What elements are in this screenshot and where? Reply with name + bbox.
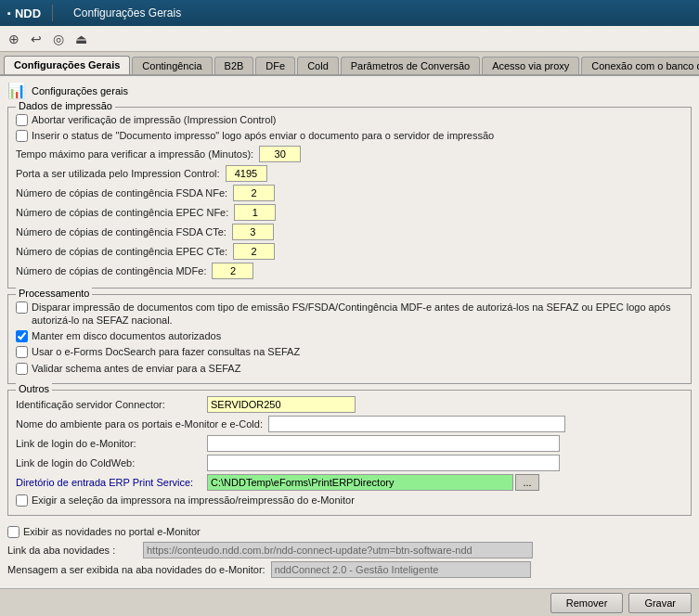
checkbox-inserir-label: Inserir o status de "Documento impresso"… bbox=[32, 129, 494, 142]
checkbox-abortar-row: Abortar verificação de impressão (Impres… bbox=[16, 113, 683, 126]
outros-group: Outros Identificação servidor Connector:… bbox=[7, 390, 692, 516]
browse-button[interactable]: ... bbox=[515, 474, 539, 491]
tab-contingencia[interactable]: Contingência bbox=[132, 57, 212, 74]
novidades-section: Exibir as novidades no portal e-Monitor … bbox=[7, 521, 692, 584]
section-title: Configurações gerais bbox=[32, 85, 128, 96]
main-content: 📊 Configurações gerais Dados de impressã… bbox=[0, 76, 699, 612]
checkbox-novidades[interactable] bbox=[7, 526, 19, 538]
diretorio-label: Diretório de entrada ERP Print Service: bbox=[16, 477, 201, 488]
copias-mdfe-label: Número de cópias de contingência MDFe: bbox=[16, 265, 206, 276]
copias-mdfe-row: Número de cópias de contingência MDFe: bbox=[16, 263, 683, 279]
checkbox-exigir-label: Exigir a seleção da impressora na impres… bbox=[32, 494, 355, 507]
mensagem-novidades-row: Mensagem a ser exibida na aba novidades … bbox=[7, 561, 692, 578]
link-cold-label: Link de login do ColdWeb: bbox=[16, 457, 201, 468]
title-separator bbox=[52, 5, 53, 21]
tab-configuracoes-gerais[interactable]: Configurações Gerais bbox=[4, 56, 130, 74]
app-logo: ▪ NDD bbox=[7, 6, 41, 20]
copias-epec-cte-label: Número de cópias de contingência EPEC CT… bbox=[16, 246, 227, 257]
checkbox-inserir[interactable] bbox=[16, 130, 28, 142]
copias-epec-cte-input[interactable] bbox=[233, 243, 275, 260]
checkbox-abortar[interactable] bbox=[16, 114, 28, 126]
id-servidor-label: Identificação servidor Connector: bbox=[16, 399, 201, 410]
section-header: 📊 Configurações gerais bbox=[7, 82, 692, 99]
bottom-bar: Remover Gravar bbox=[0, 588, 699, 616]
copias-fsda-nfe-row: Número de cópias de contingência FSDA NF… bbox=[16, 185, 683, 201]
id-servidor-input[interactable] bbox=[207, 396, 356, 413]
gravar-button[interactable]: Gravar bbox=[628, 593, 692, 613]
tabs-bar: Configurações Gerais Contingência B2B DF… bbox=[0, 52, 699, 76]
dados-impressao-title: Dados de impressão bbox=[16, 100, 115, 111]
tab-dfe[interactable]: DFe bbox=[255, 57, 295, 74]
checkbox-manter[interactable] bbox=[16, 330, 28, 342]
mensagem-label: Mensagem a ser exibida na aba novidades … bbox=[7, 564, 265, 575]
checkbox-abortar-label: Abortar verificação de impressão (Impres… bbox=[32, 113, 277, 126]
tempo-input[interactable] bbox=[259, 146, 301, 162]
toolbar-btn-2[interactable]: ↩ bbox=[26, 29, 46, 49]
nome-ambiente-row: Nome do ambiente para os portais e-Monit… bbox=[16, 416, 683, 432]
checkbox-manter-label: Manter em disco documentos autorizados bbox=[32, 329, 221, 342]
ndd-text: NDD bbox=[15, 6, 41, 20]
porta-label: Porta a ser utilizada pelo Impression Co… bbox=[16, 168, 220, 179]
remover-button[interactable]: Remover bbox=[550, 593, 624, 613]
checkbox-manter-row: Manter em disco documentos autorizados bbox=[16, 329, 683, 342]
checkbox-disparar-row: Disparar impressão de documentos com tip… bbox=[16, 301, 683, 327]
section-icon: 📊 bbox=[7, 82, 26, 99]
checkbox-novidades-label: Exibir as novidades no portal e-Monitor bbox=[23, 525, 201, 538]
checkbox-validar-row: Validar schema antes de enviar para a SE… bbox=[16, 362, 683, 375]
copias-fsda-cte-row: Número de cópias de contingência FSDA CT… bbox=[16, 224, 683, 240]
processamento-group: Processamento Disparar impressão de docu… bbox=[7, 294, 692, 384]
link-novidades-row: Link da aba novidades : bbox=[7, 542, 692, 558]
mensagem-input[interactable] bbox=[271, 561, 531, 578]
link-cold-row: Link de login do ColdWeb: bbox=[16, 455, 683, 471]
checkbox-novidades-row: Exibir as novidades no portal e-Monitor bbox=[7, 525, 692, 538]
checkbox-eforms-row: Usar o e-Forms DocSearch para fazer cons… bbox=[16, 345, 683, 358]
link-login-input[interactable] bbox=[207, 435, 560, 452]
toolbar-btn-4[interactable]: ⏏ bbox=[71, 29, 91, 49]
toolbar: ⊕ ↩ ◎ ⏏ bbox=[0, 26, 699, 52]
id-servidor-row: Identificação servidor Connector: bbox=[16, 396, 683, 413]
checkbox-validar-label: Validar schema antes de enviar para a SE… bbox=[32, 362, 240, 375]
tab-parametros[interactable]: Parâmetros de Conversão bbox=[341, 57, 480, 74]
checkbox-validar[interactable] bbox=[16, 363, 28, 375]
nome-ambiente-input[interactable] bbox=[268, 416, 565, 432]
copias-fsda-nfe-label: Número de cópias de contingência FSDA NF… bbox=[16, 187, 227, 199]
copias-fsda-nfe-input[interactable] bbox=[233, 185, 275, 201]
link-login-row: Link de login do e-Monitor: bbox=[16, 435, 683, 452]
link-novidades-label: Link da aba novidades : bbox=[7, 545, 137, 556]
link-novidades-input[interactable] bbox=[143, 542, 533, 558]
checkbox-eforms[interactable] bbox=[16, 346, 28, 358]
copias-fsda-cte-label: Número de cópias de contingência FSDA CT… bbox=[16, 226, 227, 237]
checkbox-disparar[interactable] bbox=[16, 302, 28, 314]
window-title: Configurações Gerais bbox=[73, 6, 181, 19]
porta-row: Porta a ser utilizada pelo Impression Co… bbox=[16, 165, 683, 182]
copias-fsda-cte-input[interactable] bbox=[232, 224, 274, 240]
nome-ambiente-label: Nome do ambiente para os portais e-Monit… bbox=[16, 418, 263, 430]
diretorio-input[interactable] bbox=[207, 474, 513, 491]
tempo-row: Tempo máximo para verificar a impressão … bbox=[16, 146, 683, 162]
tab-proxy[interactable]: Acesso via proxy bbox=[482, 57, 579, 74]
tempo-label: Tempo máximo para verificar a impressão … bbox=[16, 148, 253, 160]
checkbox-eforms-label: Usar o e-Forms DocSearch para fazer cons… bbox=[32, 345, 300, 358]
copias-epec-nfe-input[interactable] bbox=[234, 204, 276, 221]
title-bar: ▪ NDD Configurações Gerais bbox=[0, 0, 699, 26]
tab-banco-dados[interactable]: Conexão com o banco de dados bbox=[581, 57, 699, 74]
copias-epec-nfe-row: Número de cópias de contingência EPEC NF… bbox=[16, 204, 683, 221]
copias-epec-nfe-label: Número de cópias de contingência EPEC NF… bbox=[16, 207, 228, 218]
copias-epec-cte-row: Número de cópias de contingência EPEC CT… bbox=[16, 243, 683, 260]
dados-impressao-group: Dados de impressão Abortar verificação d… bbox=[7, 107, 692, 289]
link-login-label: Link de login do e-Monitor: bbox=[16, 438, 201, 449]
processamento-title: Processamento bbox=[16, 288, 92, 299]
porta-input[interactable] bbox=[226, 165, 267, 182]
checkbox-exigir-row: Exigir a seleção da impressora na impres… bbox=[16, 494, 683, 507]
outros-title: Outros bbox=[16, 383, 52, 394]
checkbox-exigir[interactable] bbox=[16, 494, 28, 507]
tab-b2b[interactable]: B2B bbox=[214, 57, 254, 74]
checkbox-disparar-label: Disparar impressão de documentos com tip… bbox=[32, 301, 683, 327]
copias-mdfe-input[interactable] bbox=[212, 263, 253, 279]
tab-cold[interactable]: Cold bbox=[297, 57, 339, 74]
toolbar-btn-1[interactable]: ⊕ bbox=[4, 29, 24, 49]
checkbox-inserir-row: Inserir o status de "Documento impresso"… bbox=[16, 129, 683, 142]
link-cold-input[interactable] bbox=[207, 455, 560, 471]
diretorio-row: Diretório de entrada ERP Print Service: … bbox=[16, 474, 683, 491]
toolbar-btn-3[interactable]: ◎ bbox=[48, 29, 69, 49]
